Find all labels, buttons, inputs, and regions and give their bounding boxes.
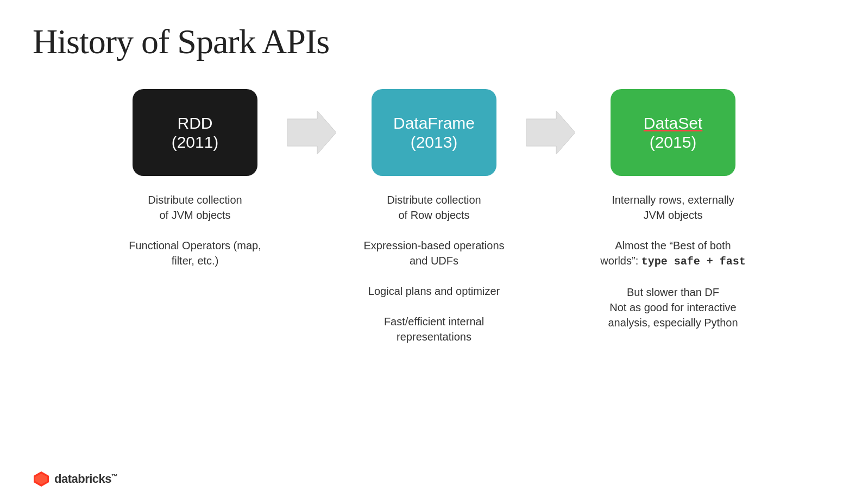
svg-marker-1 bbox=[526, 111, 575, 154]
dataframe-box: DataFrame (2013) bbox=[372, 89, 496, 176]
rdd-year: (2011) bbox=[172, 133, 219, 152]
ds-desc-1: Internally rows, externallyJVM objects bbox=[586, 192, 760, 223]
column-rdd: RDD (2011) Distribute collectionof JVM o… bbox=[103, 89, 287, 284]
arrow-2 bbox=[526, 89, 581, 154]
rdd-desc-1: Distribute collectionof JVM objects bbox=[108, 192, 282, 223]
dataset-title: DataSet bbox=[644, 114, 702, 133]
arrow-1-icon bbox=[287, 111, 336, 154]
rdd-desc-2: Functional Operators (map,filter, etc.) bbox=[108, 238, 282, 268]
column-dataframe: DataFrame (2013) Distribute collectionof… bbox=[342, 89, 526, 360]
column-dataset: DataSet (2015) Internally rows, external… bbox=[581, 89, 765, 345]
rdd-box: RDD (2011) bbox=[133, 89, 257, 176]
dataframe-year: (2013) bbox=[411, 133, 458, 152]
ds-type-safe: type safe + fast bbox=[641, 255, 746, 268]
ds-desc-3: But slower than DFNot as good for intera… bbox=[586, 285, 760, 330]
svg-marker-0 bbox=[287, 111, 336, 154]
arrow-2-icon bbox=[526, 111, 575, 154]
rdd-title: RDD bbox=[178, 114, 213, 133]
dataset-year: (2015) bbox=[650, 133, 697, 152]
dataframe-title: DataFrame bbox=[393, 114, 475, 133]
dataframe-descriptions: Distribute collectionof Row objects Expr… bbox=[342, 192, 526, 360]
ds-desc-2: Almost the “Best of bothworlds”: type sa… bbox=[586, 238, 760, 269]
rdd-descriptions: Distribute collectionof JVM objects Func… bbox=[103, 192, 287, 284]
databricks-text: databricks™ bbox=[54, 472, 118, 486]
df-desc-1: Distribute collectionof Row objects bbox=[347, 192, 521, 223]
diagram-area: RDD (2011) Distribute collectionof JVM o… bbox=[33, 89, 835, 360]
databricks-icon bbox=[33, 470, 50, 488]
dataset-title-underlined: DataSet bbox=[644, 114, 702, 132]
page: History of Spark APIs RDD (2011) Distrib… bbox=[0, 0, 868, 504]
databricks-trademark: ™ bbox=[111, 472, 118, 480]
dataset-box: DataSet (2015) bbox=[611, 89, 735, 176]
df-desc-2: Expression-based operationsand UDFs bbox=[347, 238, 521, 268]
page-title: History of Spark APIs bbox=[33, 22, 835, 62]
df-desc-3: Logical plans and optimizer bbox=[347, 284, 521, 299]
dataset-descriptions: Internally rows, externallyJVM objects A… bbox=[581, 192, 765, 345]
df-desc-4: Fast/efficient internalrepresentations bbox=[347, 314, 521, 344]
arrow-1 bbox=[287, 89, 342, 154]
databricks-logo: databricks™ bbox=[33, 470, 118, 488]
